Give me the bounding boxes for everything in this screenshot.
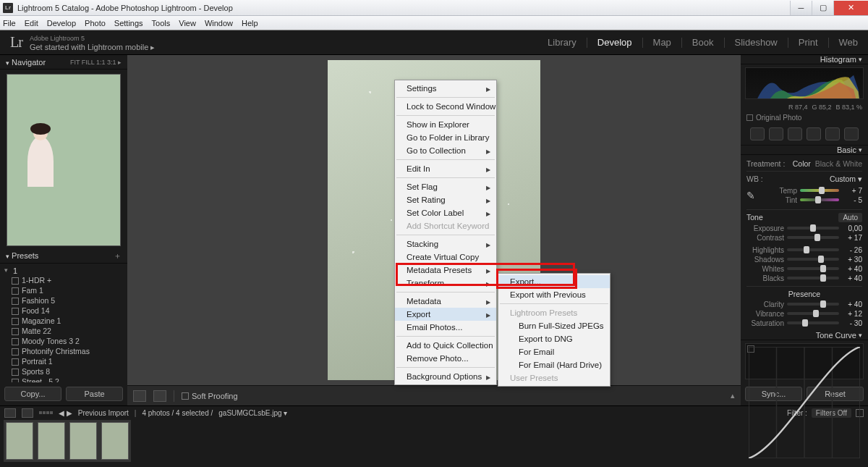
thumbnail[interactable]: [101, 422, 129, 460]
menu-item[interactable]: Export: [395, 308, 496, 321]
menu-file[interactable]: File: [3, 19, 16, 28]
menu-develop[interactable]: Develop: [47, 19, 76, 28]
menu-item[interactable]: Remove Photo...: [395, 352, 496, 365]
menu-item[interactable]: Go to Collection: [395, 144, 496, 157]
original-photo-checkbox[interactable]: [746, 114, 753, 121]
exposure-slider[interactable]: [787, 227, 839, 230]
thumbnail[interactable]: [6, 422, 33, 460]
menu-item[interactable]: Export with Previous: [498, 288, 610, 301]
filename-label[interactable]: gaSUMGCLsbE.jpg ▾: [218, 409, 287, 417]
auto-tone-button[interactable]: Auto: [838, 213, 862, 222]
navigator-preview[interactable]: [7, 74, 121, 246]
treatment-bw[interactable]: Black & White: [815, 159, 862, 168]
radial-tool[interactable]: [825, 127, 840, 140]
contrast-slider[interactable]: [787, 236, 839, 239]
thumbnail[interactable]: [38, 422, 65, 460]
menu-window[interactable]: Window: [205, 19, 233, 28]
thumbnail[interactable]: [69, 422, 97, 460]
menu-item[interactable]: Metadata: [395, 295, 496, 308]
whites-slider[interactable]: [787, 267, 839, 270]
menu-item[interactable]: Background Options: [395, 370, 496, 383]
menu-item[interactable]: Lock to Second Window: [395, 100, 496, 113]
wb-picker-icon[interactable]: ✎: [746, 190, 755, 201]
menu-item[interactable]: Create Virtual Copy: [395, 251, 496, 264]
histogram-graph[interactable]: [745, 67, 864, 99]
close-button[interactable]: ✕: [833, 1, 868, 15]
monitor-1-button[interactable]: [4, 408, 16, 418]
menu-item[interactable]: Set Color Label: [395, 206, 496, 219]
histogram-header[interactable]: Histogram ▾: [741, 55, 868, 64]
wb-dropdown[interactable]: Custom ▾: [830, 174, 862, 183]
menu-item[interactable]: Set Flag: [395, 180, 496, 193]
menu-item[interactable]: Set Rating: [395, 193, 496, 206]
menu-item[interactable]: Show in Explorer: [395, 118, 496, 131]
module-develop[interactable]: Develop: [597, 37, 632, 48]
grid-icon[interactable]: [39, 411, 53, 414]
tint-slider[interactable]: [800, 198, 839, 201]
module-library[interactable]: Library: [548, 37, 576, 48]
context-menu[interactable]: SettingsLock to Second WindowShow in Exp…: [394, 80, 497, 385]
export-submenu[interactable]: Export...Export with PreviousLightroom P…: [498, 273, 610, 387]
preset-item[interactable]: Fam 1: [0, 285, 127, 295]
blacks-slider[interactable]: [787, 277, 839, 279]
menu-view[interactable]: View: [179, 19, 196, 28]
presets-header[interactable]: ▾ Presets ＋: [0, 249, 127, 264]
soft-proofing-checkbox[interactable]: [182, 392, 189, 400]
saturation-slider[interactable]: [787, 321, 839, 324]
clarity-slider[interactable]: [787, 303, 839, 306]
maximize-button[interactable]: ▢: [812, 1, 833, 15]
source-label[interactable]: Previous Import: [78, 409, 129, 417]
module-web[interactable]: Web: [839, 37, 859, 48]
menu-tools[interactable]: Tools: [152, 19, 171, 28]
module-print[interactable]: Print: [799, 37, 818, 48]
menu-item[interactable]: Settings: [395, 82, 496, 95]
menu-item[interactable]: Transform: [395, 277, 496, 290]
module-slideshow[interactable]: Slideshow: [735, 37, 778, 48]
menu-settings[interactable]: Settings: [114, 19, 143, 28]
temp-slider[interactable]: [800, 189, 839, 192]
spot-tool[interactable]: [769, 127, 783, 140]
menu-item[interactable]: Edit In: [395, 162, 496, 175]
preset-item[interactable]: 1-HDR +: [0, 275, 127, 285]
redeye-tool[interactable]: [788, 127, 802, 140]
preset-item[interactable]: Portrait 1: [0, 356, 127, 366]
menu-photo[interactable]: Photo: [85, 19, 106, 28]
toolbar-expand-icon[interactable]: ▴: [731, 391, 735, 400]
copy-button[interactable]: Copy...: [4, 387, 61, 401]
preset-item[interactable]: Photonify Christmas: [0, 346, 127, 356]
menu-item[interactable]: For Email: [498, 345, 610, 358]
graduated-tool[interactable]: [807, 127, 821, 140]
menu-item[interactable]: Stacking: [395, 237, 496, 251]
preset-item[interactable]: Moody Tones 3 2: [0, 336, 127, 346]
module-book[interactable]: Book: [692, 37, 714, 48]
monitor-2-button[interactable]: [22, 408, 33, 418]
module-map[interactable]: Map: [653, 37, 671, 48]
menu-item[interactable]: Add to Quick Collection: [395, 339, 496, 352]
preset-item[interactable]: Sports 8: [0, 366, 127, 376]
menu-help[interactable]: Help: [242, 19, 258, 28]
vibrance-slider[interactable]: [787, 312, 839, 315]
menu-item[interactable]: Email Photos...: [395, 321, 496, 334]
preset-item[interactable]: Fashion 5: [0, 295, 127, 306]
preset-item[interactable]: Magazine 1: [0, 316, 127, 326]
menu-edit[interactable]: Edit: [25, 19, 38, 28]
tonecurve-header[interactable]: Tone Curve ▾: [741, 331, 868, 340]
paste-button[interactable]: Paste: [66, 387, 123, 401]
menu-item[interactable]: Metadata Presets: [395, 264, 496, 277]
brush-tool[interactable]: [844, 127, 859, 140]
loupe-view-button[interactable]: [133, 390, 146, 402]
menu-item[interactable]: Export to DNG: [498, 332, 610, 345]
menu-item[interactable]: Export...: [498, 275, 610, 288]
shadows-slider[interactable]: [787, 258, 839, 261]
filmstrip-thumbs[interactable]: [0, 419, 868, 463]
treatment-color[interactable]: Color: [793, 159, 811, 168]
before-after-button[interactable]: [153, 390, 166, 402]
brand-tagline[interactable]: Get started with Lightroom mobile ▸: [30, 43, 156, 51]
preset-item[interactable]: Food 14: [0, 306, 127, 316]
navigator-zoom-modes[interactable]: FIT FILL 1:1 3:1 ▸: [70, 59, 122, 66]
menu-item[interactable]: Burn Full-Sized JPEGs: [498, 319, 610, 332]
basic-header[interactable]: Basic ▾: [741, 146, 868, 155]
preset-folder-open[interactable]: 1: [0, 265, 127, 275]
highlights-slider[interactable]: [787, 248, 839, 251]
presets-list[interactable]: 11-HDR +Fam 1Fashion 5Food 14Magazine 1M…: [0, 264, 127, 382]
